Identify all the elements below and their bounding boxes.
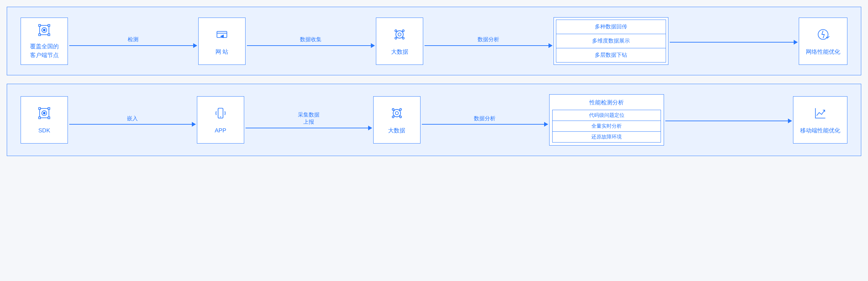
svg-point-14 [395,30,397,32]
list-item: 多层数据下钻 [556,48,666,62]
node-bigdata: 大数据 [376,18,423,65]
node-bigdata-mobile: 大数据 [373,96,420,144]
arrow-label: 数据收集 [300,36,322,43]
arrow-detect: 检测 [68,36,198,46]
arrow-collect: 数据收集 [246,36,376,46]
svg-point-34 [400,109,402,111]
list-item: 多种数据回传 [556,20,666,34]
bigdata-icon [388,105,405,122]
svg-rect-19 [39,108,41,110]
arrow-report: 采集数据 上报 [244,111,373,128]
arrow-line-icon [670,42,797,43]
nodes-icon [36,23,53,37]
node-sdk: SDK [21,96,68,144]
arrow-embed: 嵌入 [68,115,197,125]
svg-rect-2 [39,34,41,36]
node-perf-analysis: 性能检测分析 代码级问题定位 全量实时分析 还原故障环境 [549,94,664,146]
arrow-label: 数据分析 [478,36,499,43]
svg-rect-21 [39,117,41,119]
list-item: 全量实时分析 [553,121,661,132]
node-label: 覆盖全国的 客户端节点 [30,42,59,59]
arrow-to-mobile-opt [664,119,793,121]
svg-point-24 [43,112,45,114]
bigdata-icon [391,26,408,43]
node-label: SDK [39,126,50,135]
website-icon [213,26,230,43]
arrow-to-optimize [668,40,799,43]
node-mobile-optimize: 移动端性能优化 [793,96,847,144]
arrow-line-icon [422,124,548,125]
arrow-line-icon [247,45,375,46]
node-label: APP [215,126,226,135]
node-website: 网 站 [198,18,246,65]
svg-point-12 [396,31,403,38]
node-label: 大数据 [388,126,405,135]
arrow-line-icon [69,124,196,125]
node-client-endpoints: 覆盖全国的 客户端节点 [21,18,68,65]
node-app: APP [197,96,244,144]
chart-icon [812,105,829,122]
svg-point-32 [395,112,398,115]
arrow-line-icon [665,121,792,121]
node-label: 网络性能优化 [806,48,840,56]
arrow-line-icon [246,128,372,128]
svg-point-17 [402,37,404,39]
node-label: 网 站 [215,48,229,56]
svg-point-15 [402,30,404,32]
node-label: 移动端性能优化 [800,126,840,135]
svg-point-36 [400,116,402,118]
svg-point-35 [392,116,394,118]
list-item: 还原故障环境 [553,132,661,142]
flow-row-web: 覆盖全国的 客户端节点 检测 网 站 数据收集 大数据 数据分析 [7,7,861,75]
node-analysis-list: 多种数据回传 多维度数据展示 多层数据下钻 [554,17,668,65]
svg-rect-22 [48,117,50,119]
svg-point-16 [395,37,397,39]
optimize-icon [815,26,832,43]
svg-point-33 [392,109,394,111]
app-icon [212,105,229,122]
svg-rect-0 [39,25,41,27]
list-item: 多维度数据展示 [556,34,666,48]
arrow-analyze-mobile: 数据分析 [420,115,550,125]
arrow-label: 检测 [128,36,138,43]
node-network-optimize: 网络性能优化 [799,18,847,65]
flow-row-mobile: SDK 嵌入 APP 采集数据 上报 大数据 数据分析 [7,84,861,156]
arrow-analyze: 数据分析 [423,36,554,46]
arrow-label: 采集数据 上报 [298,111,320,126]
svg-point-5 [43,29,45,31]
list-header: 性能检测分析 [550,95,664,108]
list-sub: 代码级问题定位 全量实时分析 还原故障环境 [552,110,661,143]
list-item: 代码级问题定位 [553,110,661,121]
nodes-icon [36,105,53,122]
list-inner: 多种数据回传 多维度数据展示 多层数据下钻 [556,20,666,62]
svg-point-31 [393,109,401,117]
arrow-label: 数据分析 [474,115,495,122]
svg-rect-20 [48,108,50,110]
svg-rect-3 [48,34,50,36]
arrow-line-icon [69,45,197,46]
node-label: 大数据 [391,48,408,56]
arrow-label: 嵌入 [127,115,138,122]
svg-rect-1 [48,25,50,27]
svg-point-13 [398,33,401,36]
arrow-line-icon [425,45,552,46]
